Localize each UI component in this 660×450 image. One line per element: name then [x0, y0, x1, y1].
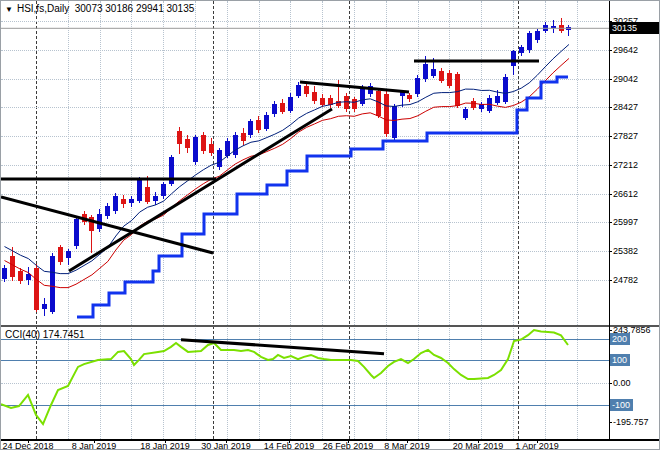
price-axis-tick [609, 50, 612, 51]
price-axis-tick [609, 79, 612, 80]
time-label: 8 Jan 2019 [59, 441, 129, 450]
symbol-label: HSI,fs,Daily [17, 3, 69, 14]
cci-level-badge: 100 [610, 354, 630, 366]
line-layer [1, 1, 660, 450]
cci-indicator-label: CCI(40) 174.7451 [5, 329, 85, 340]
price-axis-tick [609, 136, 612, 137]
price-axis-tick [609, 222, 612, 223]
current-price-badge: 30135 [610, 22, 659, 34]
ohlc-readout: 30073 30186 29941 30135 [75, 3, 195, 14]
step-trailing-line [77, 77, 568, 317]
price-label: 29042 [613, 74, 638, 84]
trendline-descending-mid [300, 82, 409, 92]
cci-line [1, 330, 568, 424]
time-label: 8 Mar 2019 [372, 441, 442, 450]
price-axis-tick [609, 251, 612, 252]
cci-axis-tick [609, 422, 612, 423]
price-axis-tick [609, 165, 612, 166]
price-label: 28427 [613, 102, 638, 112]
cci-current-value: 174.7451 [43, 329, 85, 340]
ma-fast-line [5, 44, 569, 273]
cci-axis-tick [609, 330, 612, 331]
cci-axis-label: 0.00 [613, 378, 631, 388]
time-label: 24 Dec 2018 [0, 441, 63, 450]
price-label: 29642 [613, 45, 638, 55]
cci-axis-tick [609, 383, 612, 384]
price-label: 24782 [613, 275, 638, 285]
trading-chart-window[interactable]: 3025729642290422842727827272122661225997… [0, 0, 660, 450]
trendline-descending-left [1, 197, 213, 253]
chart-title: ▼HSI,fs,Daily 30073 30186 29941 30135 [5, 3, 194, 14]
cci-axis-label: -195.757 [613, 417, 649, 427]
price-label: 25997 [613, 217, 638, 227]
price-label: 27827 [613, 131, 638, 141]
time-label: 1 Apr 2019 [502, 441, 572, 450]
price-label: 27212 [613, 160, 638, 170]
time-label: 18 Jan 2019 [130, 441, 200, 450]
trendline-rising-major [69, 109, 332, 271]
cci-trendline [181, 340, 384, 354]
dropdown-arrow-icon[interactable]: ▼ [5, 5, 13, 14]
price-label: 26612 [613, 189, 638, 199]
cci-level-badge: 200 [610, 333, 630, 345]
price-axis-tick [609, 280, 612, 281]
price-axis-tick [609, 194, 612, 195]
panel-divider[interactable] [1, 325, 660, 327]
time-label: 30 Jan 2019 [191, 441, 261, 450]
price-axis-line [609, 1, 610, 439]
price-label: 25382 [613, 246, 638, 256]
cci-level-badge: -100 [610, 399, 633, 411]
price-axis-tick [609, 107, 612, 108]
